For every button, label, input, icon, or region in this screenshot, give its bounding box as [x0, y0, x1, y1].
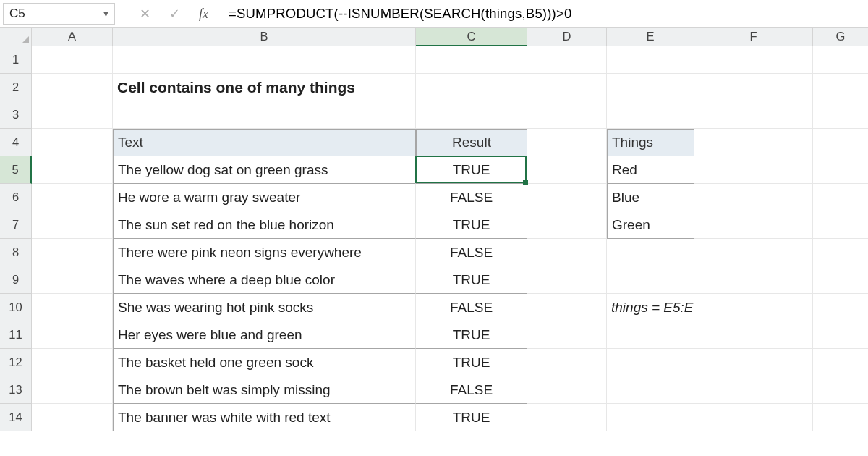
cell-E6[interactable]: Blue: [607, 184, 694, 211]
cell-D12[interactable]: [527, 349, 607, 376]
cell-A10[interactable]: [32, 294, 113, 321]
cell-G13[interactable]: [813, 376, 868, 404]
cell-F13[interactable]: [694, 376, 813, 404]
cell-D5[interactable]: [527, 156, 607, 184]
cell-D13[interactable]: [527, 376, 607, 404]
cell-B10[interactable]: She was wearing hot pink socks: [113, 294, 416, 321]
cell-D4[interactable]: [527, 129, 607, 156]
col-header-F[interactable]: F: [694, 28, 813, 46]
cell-E7[interactable]: Green: [607, 211, 694, 239]
cell-G6[interactable]: [813, 184, 868, 211]
cancel-icon[interactable]: ✕: [140, 7, 150, 20]
cell-B8[interactable]: There were pink neon signs everywhere: [113, 239, 416, 266]
row-header-8[interactable]: 8: [0, 239, 32, 266]
cell-A12[interactable]: [32, 349, 113, 376]
name-box[interactable]: C5 ▼: [3, 3, 115, 25]
col-header-G[interactable]: G: [813, 28, 868, 46]
cell-A9[interactable]: [32, 266, 113, 294]
cell-E4[interactable]: Things: [607, 129, 694, 156]
col-header-E[interactable]: E: [607, 28, 694, 46]
cell-G2[interactable]: [813, 74, 868, 101]
cell-D10[interactable]: [527, 294, 607, 321]
cell-G1[interactable]: [813, 46, 868, 74]
cell-F10[interactable]: [694, 294, 813, 321]
cell-D1[interactable]: [527, 46, 607, 74]
cell-E11[interactable]: [607, 321, 694, 349]
col-header-D[interactable]: D: [527, 28, 607, 46]
cell-G3[interactable]: [813, 101, 868, 129]
fx-icon[interactable]: fx: [199, 7, 208, 20]
row-header-2[interactable]: 2: [0, 74, 32, 101]
cell-A13[interactable]: [32, 376, 113, 404]
col-header-A[interactable]: A: [32, 28, 113, 46]
cell-E14[interactable]: [607, 404, 694, 431]
cell-B6[interactable]: He wore a warm gray sweater: [113, 184, 416, 211]
cell-E1[interactable]: [607, 46, 694, 74]
cell-F8[interactable]: [694, 239, 813, 266]
cell-E10[interactable]: things = E5:E7: [607, 294, 694, 321]
cell-F4[interactable]: [694, 129, 813, 156]
row-header-4[interactable]: 4: [0, 129, 32, 156]
cell-B12[interactable]: The basket held one green sock: [113, 349, 416, 376]
row-header-1[interactable]: 1: [0, 46, 32, 74]
cell-C12[interactable]: TRUE: [416, 349, 527, 376]
cell-A6[interactable]: [32, 184, 113, 211]
cell-A7[interactable]: [32, 211, 113, 239]
cell-G7[interactable]: [813, 211, 868, 239]
cell-F12[interactable]: [694, 349, 813, 376]
cell-D2[interactable]: [527, 74, 607, 101]
select-all-corner[interactable]: [0, 28, 32, 46]
cell-F1[interactable]: [694, 46, 813, 74]
cell-C3[interactable]: [416, 101, 527, 129]
cell-F2[interactable]: [694, 74, 813, 101]
cell-F6[interactable]: [694, 184, 813, 211]
cell-D14[interactable]: [527, 404, 607, 431]
cell-D7[interactable]: [527, 211, 607, 239]
col-header-C[interactable]: C: [416, 28, 527, 46]
cell-G8[interactable]: [813, 239, 868, 266]
cell-C1[interactable]: [416, 46, 527, 74]
cell-G4[interactable]: [813, 129, 868, 156]
cell-G10[interactable]: [813, 294, 868, 321]
cell-F7[interactable]: [694, 211, 813, 239]
cell-C13[interactable]: FALSE: [416, 376, 527, 404]
row-header-7[interactable]: 7: [0, 211, 32, 239]
cell-F9[interactable]: [694, 266, 813, 294]
cell-D11[interactable]: [527, 321, 607, 349]
cell-E3[interactable]: [607, 101, 694, 129]
cell-A1[interactable]: [32, 46, 113, 74]
cell-D3[interactable]: [527, 101, 607, 129]
cell-G5[interactable]: [813, 156, 868, 184]
cell-B1[interactable]: [113, 46, 416, 74]
cell-C11[interactable]: TRUE: [416, 321, 527, 349]
cell-B11[interactable]: Her eyes were blue and green: [113, 321, 416, 349]
cell-C7[interactable]: TRUE: [416, 211, 527, 239]
cell-C6[interactable]: FALSE: [416, 184, 527, 211]
row-header-10[interactable]: 10: [0, 294, 32, 321]
col-header-B[interactable]: B: [113, 28, 416, 46]
cell-B5[interactable]: The yellow dog sat on green grass: [113, 156, 416, 184]
cell-A8[interactable]: [32, 239, 113, 266]
cell-A11[interactable]: [32, 321, 113, 349]
row-header-5[interactable]: 5: [0, 156, 32, 184]
cell-B4[interactable]: Text: [113, 129, 416, 156]
row-header-6[interactable]: 6: [0, 184, 32, 211]
cell-C8[interactable]: FALSE: [416, 239, 527, 266]
cell-D9[interactable]: [527, 266, 607, 294]
row-header-9[interactable]: 9: [0, 266, 32, 294]
cell-G9[interactable]: [813, 266, 868, 294]
cell-D8[interactable]: [527, 239, 607, 266]
row-header-14[interactable]: 14: [0, 404, 32, 431]
row-header-13[interactable]: 13: [0, 376, 32, 404]
cell-B9[interactable]: The waves where a deep blue color: [113, 266, 416, 294]
enter-icon[interactable]: ✓: [169, 7, 180, 20]
cell-C5[interactable]: TRUE: [416, 156, 527, 184]
row-header-3[interactable]: 3: [0, 101, 32, 129]
cell-B13[interactable]: The brown belt was simply missing: [113, 376, 416, 404]
cell-A4[interactable]: [32, 129, 113, 156]
cell-C14[interactable]: TRUE: [416, 404, 527, 431]
cell-C10[interactable]: FALSE: [416, 294, 527, 321]
cell-F5[interactable]: [694, 156, 813, 184]
chevron-down-icon[interactable]: ▼: [102, 9, 110, 18]
cell-G11[interactable]: [813, 321, 868, 349]
